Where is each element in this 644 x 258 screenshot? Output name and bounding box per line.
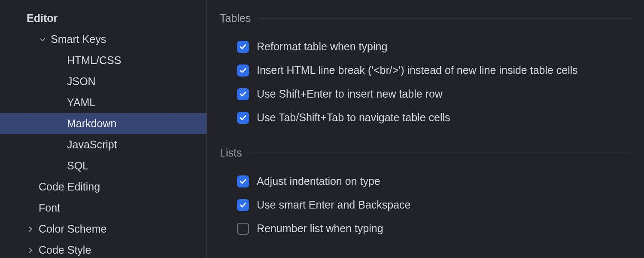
settings-sidebar: Editor Smart Keys HTML/CSS JSON YAML Mar… [0, 0, 207, 258]
checkbox-unchecked-icon[interactable] [237, 223, 249, 235]
sidebar-item-markdown[interactable]: Markdown [0, 113, 207, 134]
sidebar-item-font[interactable]: Font [0, 197, 207, 218]
chevron-right-icon [27, 225, 34, 233]
option-renumber-list[interactable]: Renumber list when typing [220, 217, 631, 240]
sidebar-item-label: JSON [67, 75, 96, 88]
checkbox-checked-icon[interactable] [237, 199, 249, 211]
sidebar-item-color-scheme[interactable]: Color Scheme [0, 218, 207, 240]
sidebar-item-label: Markdown [67, 117, 116, 130]
sidebar-item-label: JavaScript [67, 138, 117, 151]
sidebar-item-label: Code Style [39, 244, 91, 256]
sidebar-item-code-editing[interactable]: Code Editing [0, 176, 207, 197]
option-label: Adjust indentation on type [257, 175, 380, 187]
sidebar-item-label: Code Editing [39, 181, 100, 193]
option-label: Reformat table when typing [257, 40, 387, 53]
option-reformat-table[interactable]: Reformat table when typing [220, 35, 631, 58]
sidebar-item-javascript[interactable]: JavaScript [0, 134, 207, 155]
sidebar-item-htmlcss[interactable]: HTML/CSS [0, 50, 207, 71]
option-insert-br[interactable]: Insert HTML line break ('<br/>') instead… [220, 58, 631, 82]
sidebar-item-label: YAML [67, 96, 95, 109]
section-title: Tables [220, 12, 251, 25]
option-adjust-indent[interactable]: Adjust indentation on type [220, 169, 631, 193]
sidebar-item-smart-keys[interactable]: Smart Keys [0, 29, 207, 50]
checkbox-checked-icon[interactable] [237, 88, 249, 100]
sidebar-item-yaml[interactable]: YAML [0, 92, 207, 113]
section-header: Lists [220, 147, 631, 159]
settings-detail-panel: Tables Reformat table when typing Insert… [207, 0, 644, 258]
sidebar-item-json[interactable]: JSON [0, 71, 207, 92]
sidebar-item-sql[interactable]: SQL [0, 155, 207, 176]
option-smart-enter-backspace[interactable]: Use smart Enter and Backspace [220, 193, 631, 217]
sidebar-item-label: Color Scheme [39, 223, 106, 235]
checkbox-checked-icon[interactable] [237, 64, 249, 77]
section-lists: Lists Adjust indentation on type Use sma… [220, 147, 631, 240]
sidebar-item-editor[interactable]: Editor [0, 8, 207, 29]
sidebar-item-label: Editor [27, 12, 58, 25]
settings-layout: Editor Smart Keys HTML/CSS JSON YAML Mar… [0, 0, 644, 258]
option-tab-navigation[interactable]: Use Tab/Shift+Tab to navigate table cell… [220, 106, 631, 129]
section-tables: Tables Reformat table when typing Insert… [220, 12, 631, 129]
chevron-right-icon [27, 246, 34, 254]
checkbox-checked-icon[interactable] [237, 175, 249, 187]
checkbox-checked-icon[interactable] [237, 41, 249, 53]
section-divider [249, 153, 631, 153]
checkbox-checked-icon[interactable] [237, 112, 249, 124]
option-label: Use smart Enter and Backspace [257, 199, 411, 211]
sidebar-item-label: Smart Keys [51, 33, 106, 46]
option-label: Use Tab/Shift+Tab to navigate table cell… [257, 111, 450, 124]
sidebar-item-label: Font [39, 202, 60, 214]
section-divider [258, 18, 631, 18]
sidebar-item-code-style[interactable]: Code Style [0, 240, 207, 258]
section-header: Tables [220, 12, 631, 25]
option-label: Use Shift+Enter to insert new table row [257, 88, 443, 100]
option-shift-enter-row[interactable]: Use Shift+Enter to insert new table row [220, 82, 631, 106]
option-label: Insert HTML line break ('<br/>') instead… [257, 64, 578, 77]
chevron-down-icon [39, 36, 46, 43]
section-title: Lists [220, 147, 242, 159]
sidebar-item-label: HTML/CSS [67, 54, 121, 67]
option-label: Renumber list when typing [257, 222, 383, 235]
sidebar-item-label: SQL [67, 160, 88, 172]
